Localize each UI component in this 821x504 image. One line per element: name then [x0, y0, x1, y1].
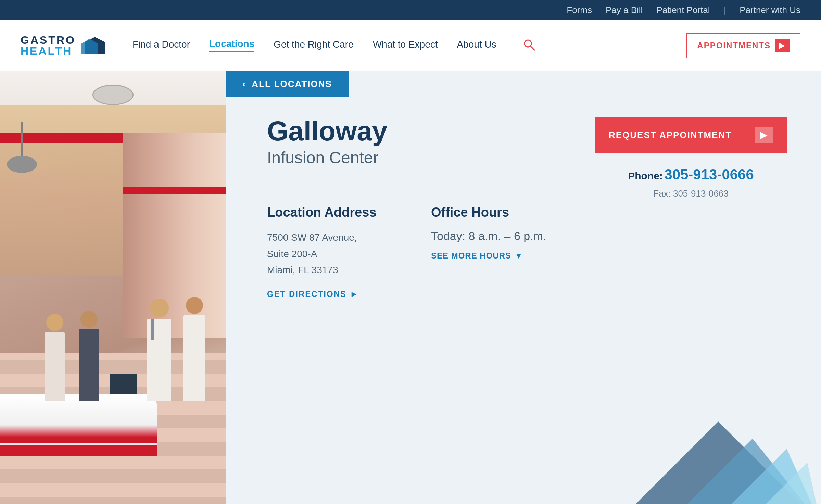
location-type: Infusion Center — [267, 148, 568, 167]
all-locations-label: ALL LOCATIONS — [252, 79, 332, 89]
all-locations-bar[interactable]: ‹ ALL LOCATIONS — [226, 71, 349, 97]
nav-about-us[interactable]: About Us — [457, 39, 496, 52]
person-figure-3 — [147, 299, 171, 401]
ceiling-light — [92, 85, 134, 105]
directions-arrow: ► — [350, 289, 359, 299]
get-directions-link[interactable]: GET DIRECTIONS ► — [267, 289, 404, 299]
location-sidebar: REQUEST APPOINTMENT ▶ Phone: 305-913-066… — [595, 117, 787, 299]
nav-locations[interactable]: Locations — [209, 38, 254, 52]
person-figure-2 — [79, 311, 99, 401]
divider: | — [724, 5, 726, 15]
main-content: ‹ ALL LOCATIONS Galloway Infusion Center… — [0, 71, 821, 504]
address-text: 7500 SW 87 Avenue, Suite 200-A Miami, FL… — [267, 229, 404, 278]
logo-text: GASTRO HEALTH — [21, 35, 76, 56]
search-icon — [522, 38, 536, 52]
get-directions-label: GET DIRECTIONS — [267, 289, 346, 299]
patient-portal-link[interactable]: Patient Portal — [656, 5, 710, 15]
address-section: Location Address 7500 SW 87 Avenue, Suit… — [267, 205, 404, 299]
monitor — [110, 374, 137, 394]
fax-label: Fax: — [653, 188, 671, 199]
mountain-decoration — [547, 387, 821, 504]
logo-icon — [81, 35, 105, 56]
see-more-label: SEE MORE HOURS — [431, 251, 511, 261]
person-figure-4 — [183, 297, 205, 401]
hours-section: Office Hours Today: 8 a.m. – 6 p.m. SEE … — [431, 205, 568, 299]
pay-bill-link[interactable]: Pay a Bill — [606, 5, 643, 15]
request-appointment-button[interactable]: REQUEST APPOINTMENT ▶ — [595, 117, 787, 153]
reception-desk — [0, 394, 157, 456]
logo-health: HEALTH — [21, 46, 76, 56]
address-line2: Suite 200-A — [267, 249, 317, 259]
request-appt-label: REQUEST APPOINTMENT — [609, 130, 732, 140]
clinic-scene — [0, 71, 226, 504]
location-main: Galloway Infusion Center Location Addres… — [267, 117, 568, 299]
top-utility-bar: Forms Pay a Bill Patient Portal | Partne… — [0, 0, 821, 20]
site-header: GASTRO HEALTH Find a Doctor Locations Ge… — [0, 20, 821, 71]
appointments-label: APPOINTMENTS — [697, 41, 771, 50]
mountain-svg — [547, 387, 821, 504]
address-hours: Location Address 7500 SW 87 Avenue, Suit… — [267, 205, 568, 299]
location-info-panel: ‹ ALL LOCATIONS Galloway Infusion Center… — [226, 71, 821, 504]
location-content: Galloway Infusion Center Location Addres… — [226, 97, 821, 319]
hours-title: Office Hours — [431, 205, 568, 220]
see-more-hours-link[interactable]: SEE MORE HOURS ▼ — [431, 251, 568, 261]
forms-link[interactable]: Forms — [567, 5, 592, 15]
divider-line — [267, 188, 568, 188]
appointments-button[interactable]: APPOINTMENTS ▶ — [686, 33, 800, 58]
person-figure-1 — [45, 314, 65, 401]
nav-get-right-care[interactable]: Get the Right Care — [274, 39, 353, 52]
address-title: Location Address — [267, 205, 404, 220]
logo[interactable]: GASTRO HEALTH — [21, 35, 105, 56]
nav-what-to-expect[interactable]: What to Expect — [373, 39, 438, 52]
main-nav: Find a Doctor Locations Get the Right Ca… — [132, 33, 800, 58]
phone-number[interactable]: 305-913-0666 — [664, 166, 754, 182]
request-appt-arrow: ▶ — [755, 127, 773, 143]
back-chevron: ‹ — [242, 78, 246, 89]
logo-gastro: GASTRO — [21, 35, 76, 46]
appointments-arrow: ▶ — [775, 39, 790, 52]
partner-link[interactable]: Partner with Us — [740, 5, 800, 15]
see-more-chevron: ▼ — [515, 251, 523, 261]
location-image — [0, 71, 226, 504]
nav-find-doctor[interactable]: Find a Doctor — [132, 39, 190, 52]
search-button[interactable] — [522, 38, 536, 53]
phone-label: Phone: — [628, 170, 663, 181]
phone-section: Phone: 305-913-0666 — [595, 166, 787, 183]
address-line3: Miami, FL 33173 — [267, 265, 338, 275]
address-line1: 7500 SW 87 Avenue, — [267, 232, 357, 243]
svg-line-3 — [530, 46, 535, 50]
fax-value: 305-913-0663 — [673, 188, 729, 199]
hallway — [123, 133, 226, 338]
phone-row: Phone: 305-913-0666 — [595, 166, 787, 183]
fax-number: Fax: 305-913-0663 — [595, 188, 787, 199]
location-name: Galloway — [267, 117, 568, 145]
hours-today: Today: 8 a.m. – 6 p.m. — [431, 229, 568, 243]
